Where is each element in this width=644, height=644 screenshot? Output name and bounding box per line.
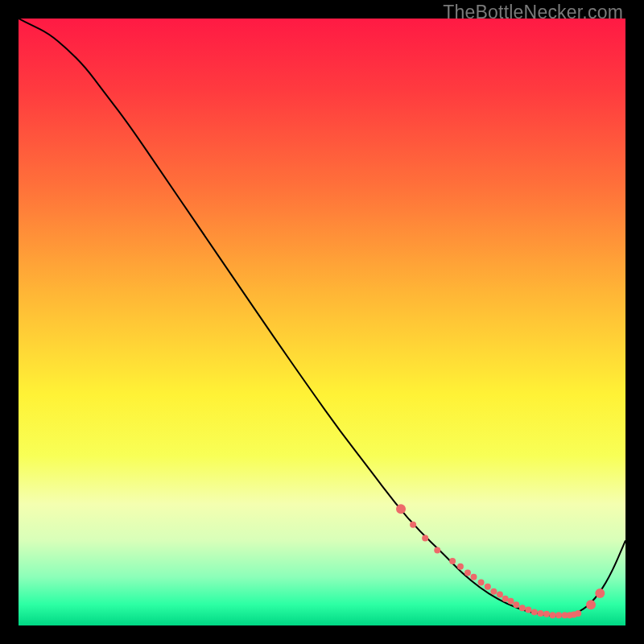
data-dot	[497, 592, 503, 598]
data-dot	[410, 522, 416, 528]
chart-frame	[19, 19, 625, 625]
data-dot	[586, 600, 596, 609]
data-dot	[478, 579, 485, 585]
data-dot	[519, 605, 526, 611]
data-dot	[543, 611, 550, 617]
data-dot	[434, 547, 440, 554]
gradient-background	[19, 19, 625, 625]
data-dot	[525, 606, 531, 613]
data-dot	[507, 598, 514, 605]
data-dot	[464, 569, 471, 576]
data-dot	[595, 588, 605, 598]
data-dot	[555, 612, 562, 618]
data-dot	[396, 504, 406, 514]
data-dot	[575, 610, 581, 617]
data-dot	[457, 564, 464, 570]
data-dot	[485, 584, 491, 590]
bottleneck-chart	[19, 19, 625, 625]
data-dot	[422, 535, 428, 541]
data-dot	[490, 588, 497, 595]
data-dot	[471, 574, 477, 580]
data-dot	[531, 609, 538, 615]
data-dot	[449, 558, 456, 564]
watermark-label: TheBottleNecker.com	[443, 2, 623, 23]
data-dot	[537, 610, 543, 617]
data-dot	[513, 601, 519, 608]
data-dot	[550, 612, 556, 618]
